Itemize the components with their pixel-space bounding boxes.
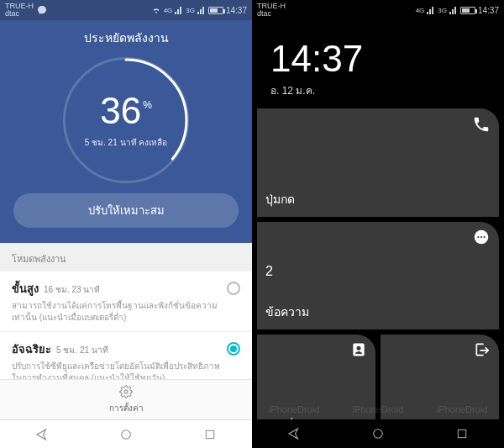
settings-label: การตั้งค่า: [109, 402, 144, 414]
nav-back-button[interactable]: [277, 424, 311, 444]
nav-bar: [252, 419, 504, 448]
tile-messages[interactable]: 2 ข้อความ: [257, 222, 499, 330]
signal-icon: [427, 6, 435, 14]
exit-icon: [474, 341, 491, 361]
svg-point-7: [484, 236, 486, 238]
radio-unselected-icon[interactable]: [227, 282, 240, 295]
svg-point-2: [122, 430, 131, 439]
phone-screenshot-power-saving: TRUE-H dtac 4G 3G: [0, 0, 252, 448]
phone-icon: [472, 115, 491, 137]
page-title: ประหยัดพลังงาน: [84, 29, 169, 47]
svg-point-1: [124, 390, 128, 393]
clock-area: 14:37 อ. 12 ม.ค.: [252, 20, 504, 103]
net-3g-label: 3G: [186, 7, 195, 14]
svg-point-9: [357, 346, 361, 350]
status-bar: TRUE-H dtac 4G 3G 14:37: [252, 0, 504, 20]
settings-button[interactable]: การตั้งค่า: [0, 379, 252, 419]
clock-date: อ. 12 ม.ค.: [270, 82, 486, 98]
net-4g-label: 4G: [164, 7, 173, 14]
battery-icon: [460, 7, 475, 14]
radio-selected-icon[interactable]: [227, 342, 240, 356]
svg-rect-11: [458, 430, 465, 437]
svg-point-6: [480, 236, 482, 238]
signal-icon: [175, 6, 183, 14]
power-modes-section: โหมดพลังงาน ขั้นสูง 16 ชม. 23 นาที สามาร…: [0, 243, 252, 448]
nav-recent-button[interactable]: [445, 424, 479, 444]
nav-home-button[interactable]: [109, 424, 143, 445]
battery-percent-value: 36: [100, 92, 141, 129]
power-summary-panel: ประหยัดพลังงาน 36 % 5 ชม. 21 นาที คงเหลื…: [0, 20, 252, 243]
carrier-2: dtac: [5, 10, 34, 18]
net-3g-label: 3G: [438, 7, 447, 14]
svg-rect-3: [206, 430, 213, 438]
mode-name: อัจฉริยะ: [12, 340, 51, 358]
clock-time: 14:37: [270, 40, 486, 77]
mode-item-ultra[interactable]: ขั้นสูง 16 ชม. 23 นาที สามารถใช้งานได้แค…: [0, 271, 252, 332]
signal-icon-2: [449, 6, 458, 14]
nav-bar: [0, 419, 252, 448]
mode-description: สามารถใช้งานได้แค่การโทรพื้นฐานและฟังก์ช…: [12, 300, 220, 323]
messenger-icon: [37, 5, 47, 15]
battery-icon: [208, 7, 223, 14]
percent-symbol: %: [143, 99, 152, 111]
tile-dialer[interactable]: ปุ่มกด: [257, 108, 499, 217]
tile-label: ข้อความ: [265, 303, 491, 321]
net-4g-label: 4G: [416, 7, 425, 14]
carrier-2: dtac: [257, 10, 286, 18]
message-icon: [472, 229, 491, 250]
wifi-icon: [151, 6, 161, 14]
svg-point-5: [477, 236, 479, 238]
contacts-icon: [350, 341, 367, 361]
mode-name: ขั้นสูง: [12, 280, 39, 298]
status-bar: TRUE-H dtac 4G 3G: [0, 0, 252, 20]
status-time: 14:37: [226, 6, 247, 15]
gear-icon: [119, 385, 133, 398]
mode-duration: 5 ชม. 21 นาที: [56, 344, 108, 356]
status-time: 14:37: [478, 6, 499, 15]
mode-duration: 16 ชม. 23 นาที: [44, 283, 100, 296]
tile-label: ปุ่มกด: [265, 190, 491, 208]
signal-icon-2: [197, 6, 206, 14]
nav-recent-button[interactable]: [193, 424, 227, 445]
tile-grid: ปุ่มกด 2 ข้อความ รายชื่อ ออก: [252, 103, 504, 448]
time-remaining: 5 ชม. 21 นาที คงเหลือ: [85, 136, 168, 149]
section-header: โหมดพลังงาน: [0, 243, 252, 271]
optimize-button[interactable]: ปรับให้เหมาะสม: [13, 193, 239, 228]
nav-back-button[interactable]: [25, 424, 59, 445]
nav-home-button[interactable]: [361, 424, 395, 444]
svg-point-10: [374, 430, 383, 439]
unread-count: 2: [265, 264, 273, 279]
phone-screenshot-ultra-mode: TRUE-H dtac 4G 3G 14:37 14:37 อ. 12 ม.ค.: [252, 0, 504, 448]
battery-ring: 36 % 5 ชม. 21 นาที คงเหลือ: [63, 57, 189, 183]
